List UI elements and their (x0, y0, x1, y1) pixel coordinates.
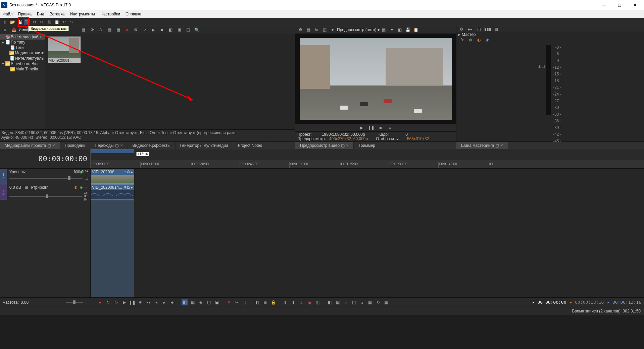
menu-справка[interactable]: Справка (123, 10, 144, 18)
track-header[interactable]: 1≡◐◉⋯Уровень:100,0 %▢ (0, 169, 90, 184)
import-icon[interactable]: 📥 (11, 27, 17, 33)
dropdown-icon[interactable]: ▾ (389, 27, 395, 33)
timeline-ruler[interactable]: +13:16 00:00:00:0000:00:15:0000:00:30:00… (91, 149, 644, 168)
tree-item[interactable]: 📁Main Timelin (0, 66, 45, 72)
new-project-icon[interactable]: 🗎 (2, 19, 8, 25)
grid-icon[interactable]: ▦ (381, 27, 387, 33)
undo-icon[interactable]: ↶ (61, 19, 67, 25)
render-as-icon[interactable]: 🎬 (24, 19, 30, 25)
normal-edit-icon[interactable]: ◧ (182, 299, 188, 305)
menu-правка[interactable]: Правка (15, 10, 35, 18)
stop-icon[interactable]: ■ (137, 299, 143, 305)
overlay-icon[interactable]: ◧ (397, 27, 403, 33)
toolbar-icon[interactable]: ▦ (335, 299, 341, 305)
toolbar-icon[interactable]: ▣ (177, 27, 183, 33)
toolbar-icon[interactable]: ▦ (383, 299, 389, 305)
toolbar-icon[interactable]: ◫ (185, 27, 191, 33)
dim-icon[interactable]: ▮▮▮ (485, 26, 491, 32)
menu-инструменты[interactable]: Инструменты (67, 10, 98, 18)
tree-item[interactable]: ▾📁Storyboard Bins (0, 61, 45, 66)
timecode-display[interactable]: 00:00:00:00 (0, 149, 91, 168)
tab[interactable]: Переходы▢✕ (90, 142, 128, 149)
link-icon[interactable]: ◫◫ (538, 63, 544, 69)
fx-icon[interactable]: fx (459, 37, 465, 43)
settings-icon[interactable]: ⚙ (458, 26, 464, 32)
redo-icon[interactable]: ↷ (68, 19, 75, 25)
toolbar-icon[interactable]: ▦ (81, 27, 87, 33)
copy-icon[interactable]: ⎘ (46, 19, 52, 25)
play-icon[interactable]: ▶ (359, 125, 365, 131)
go-end-icon[interactable]: ⏭ (169, 299, 176, 305)
trim-icon[interactable]: ⟨⟩ (242, 299, 248, 305)
timeline-clip[interactable]: VID_202008...≡fx▸ (91, 169, 134, 184)
minimize-button[interactable]: ─ (596, 0, 612, 10)
settings-icon[interactable]: ⚙ (297, 27, 303, 33)
menu-icon[interactable]: ≡ (387, 125, 393, 131)
tree-item[interactable]: ▸📑По типу (0, 40, 45, 45)
play-icon[interactable]: ▶ (121, 299, 127, 305)
output-icon[interactable]: ◫ (476, 26, 482, 32)
menu-вставка[interactable]: Вставка (47, 10, 67, 18)
insert-bus-icon[interactable]: ▸◂ (467, 26, 473, 32)
tab[interactable]: Триммер (354, 142, 380, 149)
toolbar-icon[interactable]: ▣ (306, 299, 312, 305)
master-icon[interactable]: ⊛ (467, 37, 474, 43)
settings-icon[interactable]: ⚙ (133, 27, 139, 33)
delete-icon[interactable]: ✕ (226, 299, 232, 305)
views-icon[interactable]: ≣ (2, 27, 8, 33)
media-thumbs-area[interactable]: VID_2020081... (45, 34, 295, 129)
media-thumbnail[interactable]: VID_2020081... (48, 36, 81, 63)
preview-quality-dropdown[interactable]: Предпросмотр (авто) ▾ (337, 27, 380, 32)
toolbar-icon[interactable]: ▦ (190, 299, 196, 305)
next-frame-icon[interactable]: ▸ (161, 299, 167, 305)
pause-icon[interactable]: ❚❚ (129, 299, 135, 305)
loop-region[interactable] (91, 149, 134, 153)
master-icon[interactable]: ◉ (484, 37, 490, 43)
cut-icon[interactable]: ✂ (234, 299, 240, 305)
toolbar-icon[interactable]: ◫ (314, 299, 320, 305)
track-header[interactable]: 2≡◐◉⋯0,0 dB⊟нтрировг18:36:54: (0, 184, 90, 200)
fx-icon[interactable]: fx (98, 27, 104, 33)
timeline-clip[interactable]: VID_20200814...≡fx▸ (91, 184, 134, 200)
tree-item[interactable]: 📁Медианакопите (0, 50, 45, 56)
stop-icon[interactable]: ■ (159, 27, 165, 33)
toolbar-icon[interactable]: ◫ (351, 299, 357, 305)
tab[interactable]: Project Notes (233, 142, 267, 149)
toolbar-icon[interactable]: ◧ (254, 299, 260, 305)
toolbar-icon[interactable]: ▦ (367, 299, 373, 305)
lock-icon[interactable]: 🔒 (270, 299, 276, 305)
copy-snapshot-icon[interactable]: 📋 (413, 27, 419, 33)
toolbar-icon[interactable]: ◫ (206, 299, 212, 305)
menu-файл[interactable]: Файл (0, 10, 15, 18)
toolbar-icon[interactable]: ◈ (198, 299, 204, 305)
media-tree[interactable]: 📚Все медиафайл▸📑По типу📑Теги📁Медианакопи… (0, 34, 45, 129)
save-icon[interactable]: 💾 (17, 19, 23, 25)
maximize-button[interactable]: □ (612, 0, 627, 10)
tab[interactable]: Шина мастеринга▢✕ (456, 142, 508, 149)
toolbar-icon[interactable]: ↗ (142, 27, 148, 33)
paste-icon[interactable]: 📋 (54, 19, 60, 25)
tab[interactable]: Проводник (60, 142, 90, 149)
downmix-icon[interactable]: ▦ (493, 26, 499, 32)
cut-icon[interactable]: ✂ (39, 19, 45, 25)
search-icon[interactable]: 🔍 (194, 27, 200, 33)
stop-icon[interactable]: ■ (378, 125, 384, 131)
pause-icon[interactable]: ❚❚ (368, 125, 374, 131)
timeline-content[interactable]: VID_202008...≡fx▸VID_20200814...≡fx▸ (91, 169, 644, 297)
delete-icon[interactable]: ✕ (124, 27, 130, 33)
toolbar-icon[interactable]: ◧ (327, 299, 333, 305)
menu-вид[interactable]: Вид (34, 10, 47, 18)
loop-icon[interactable]: ↻ (105, 299, 111, 305)
dropdown-icon[interactable]: ▾ (330, 27, 336, 33)
tree-item[interactable]: 📚Все медиафайл (0, 34, 45, 40)
play-from-start-icon[interactable]: ▷ (113, 299, 119, 305)
toolbar-icon[interactable]: ◧ (168, 27, 174, 33)
toolbar-icon[interactable]: ▣ (214, 299, 220, 305)
save-snapshot-icon[interactable]: 💾 (405, 27, 411, 33)
toolbar-icon[interactable]: ▦ (107, 27, 113, 33)
prev-frame-icon[interactable]: ◂ (153, 299, 159, 305)
toolbar-icon[interactable]: ▦ (115, 27, 121, 33)
tree-item[interactable]: 📑Теги (0, 45, 45, 50)
marker-icon[interactable]: ▮ (282, 299, 288, 305)
open-icon[interactable]: 📂 (9, 19, 15, 25)
